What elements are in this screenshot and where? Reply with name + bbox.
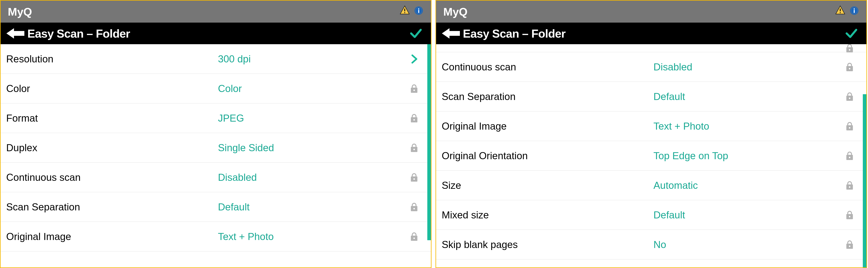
topbar: MyQ <box>1 1 431 23</box>
confirm-button[interactable] <box>842 25 860 42</box>
setting-value: Disabled <box>218 171 406 183</box>
setting-name: Scan Separation <box>6 201 218 213</box>
svg-point-27 <box>849 245 850 247</box>
setting-name: Size <box>442 180 653 191</box>
lock-icon <box>842 44 858 54</box>
lock-icon <box>842 209 858 221</box>
svg-point-8 <box>413 119 415 120</box>
setting-value: Default <box>653 91 842 102</box>
settings-list-left[interactable]: Resolution300 dpiColorColorFormatJPEGDup… <box>1 44 431 267</box>
setting-row-original-image: Original ImageText + Photo <box>1 222 431 251</box>
warning-icon[interactable] <box>399 5 410 19</box>
setting-name: Scan Separation <box>442 91 653 102</box>
setting-row-scan-separation: Scan SeparationDefault <box>1 192 431 222</box>
back-button[interactable] <box>5 25 25 42</box>
setting-value: Text + Photo <box>653 120 842 132</box>
info-icon[interactable] <box>849 5 859 18</box>
lock-icon <box>406 202 422 213</box>
svg-point-11 <box>413 208 415 209</box>
svg-rect-19 <box>854 10 855 13</box>
setting-row-size: SizeAutomatic <box>436 170 866 200</box>
setting-value: Text + Photo <box>218 231 406 242</box>
setting-value: Single Sided <box>218 142 406 154</box>
setting-value: JPEG <box>218 112 406 124</box>
svg-point-23 <box>849 127 850 128</box>
lock-icon <box>842 61 858 73</box>
setting-value: Top Edge on Top <box>653 150 842 162</box>
scrollbar[interactable] <box>427 44 431 240</box>
setting-name: Color <box>6 83 218 95</box>
confirm-button[interactable] <box>407 25 425 42</box>
screen-header: Easy Scan – Folder <box>436 23 866 44</box>
svg-point-22 <box>849 98 850 99</box>
setting-value: Default <box>218 201 406 213</box>
setting-row-format: FormatJPEG <box>1 103 431 133</box>
setting-row-resolution[interactable]: Resolution300 dpi <box>1 44 431 74</box>
warning-icon[interactable] <box>835 5 846 19</box>
setting-name: Resolution <box>6 53 218 65</box>
svg-rect-13 <box>840 8 841 11</box>
scrollbar[interactable] <box>863 94 866 267</box>
setting-row-continuous-scan: Continuous scanDisabled <box>436 52 866 82</box>
setting-name: Continuous scan <box>6 171 218 183</box>
svg-point-5 <box>418 8 419 9</box>
svg-point-21 <box>849 68 850 69</box>
lock-icon <box>406 172 422 183</box>
settings-list-right[interactable]: Continuous scanDisabledScan SeparationDe… <box>436 44 866 267</box>
svg-point-12 <box>413 237 415 239</box>
app-title: MyQ <box>443 5 835 18</box>
setting-value: Color <box>218 83 406 95</box>
lock-icon <box>842 239 858 250</box>
screen-header: Easy Scan – Folder <box>1 23 431 44</box>
setting-row-original-orientation: Original OrientationTop Edge on Top <box>436 141 866 170</box>
setting-name: Original Image <box>6 231 218 242</box>
setting-row-partial <box>436 44 866 52</box>
lock-icon <box>842 180 858 191</box>
setting-row-scan-separation: Scan SeparationDefault <box>436 82 866 111</box>
setting-row-color: ColorColor <box>1 74 431 103</box>
setting-name: Continuous scan <box>442 61 653 73</box>
setting-name: Skip blank pages <box>442 239 653 250</box>
setting-row-duplex: DuplexSingle Sided <box>1 133 431 163</box>
lock-icon <box>842 120 858 132</box>
setting-value: 300 dpi <box>218 53 406 65</box>
svg-point-18 <box>854 8 855 9</box>
lock-icon <box>406 231 422 242</box>
setting-row-continuous-scan: Continuous scanDisabled <box>1 163 431 192</box>
svg-point-9 <box>413 149 415 150</box>
svg-rect-14 <box>840 12 841 13</box>
svg-point-26 <box>849 216 850 217</box>
setting-name: Original Image <box>442 120 653 132</box>
lock-icon <box>406 113 422 124</box>
svg-rect-6 <box>418 10 419 13</box>
setting-row-mixed-size: Mixed sizeDefault <box>436 200 866 230</box>
panel-left: MyQ Easy Scan – Folder Resolution300 dpi… <box>0 0 432 268</box>
svg-point-10 <box>413 178 415 180</box>
setting-value: Disabled <box>653 61 842 73</box>
setting-name: Duplex <box>6 142 218 154</box>
setting-name: Format <box>6 112 218 124</box>
setting-value: Automatic <box>653 180 842 191</box>
setting-value: Default <box>653 209 842 221</box>
app-title: MyQ <box>8 5 399 18</box>
topbar: MyQ <box>436 1 866 23</box>
svg-point-20 <box>849 49 850 50</box>
panel-right: MyQ Easy Scan – Folder Continuous scanDi… <box>435 0 867 268</box>
svg-point-7 <box>413 89 415 91</box>
setting-row-original-image: Original ImageText + Photo <box>436 111 866 141</box>
back-button[interactable] <box>441 25 461 42</box>
svg-rect-0 <box>404 8 405 11</box>
lock-icon <box>406 142 422 153</box>
setting-name: Original Orientation <box>442 150 653 162</box>
screen-title: Easy Scan – Folder <box>27 27 407 40</box>
svg-point-24 <box>849 157 850 158</box>
lock-icon <box>406 83 422 94</box>
info-icon[interactable] <box>414 5 424 18</box>
setting-row-skip-blank-pages: Skip blank pagesNo <box>436 230 866 260</box>
lock-icon <box>842 91 858 102</box>
setting-name: Mixed size <box>442 209 653 221</box>
screen-title: Easy Scan – Folder <box>463 27 842 40</box>
chevron-right-icon[interactable] <box>406 53 422 64</box>
svg-point-25 <box>849 186 850 188</box>
setting-value: No <box>653 239 842 250</box>
